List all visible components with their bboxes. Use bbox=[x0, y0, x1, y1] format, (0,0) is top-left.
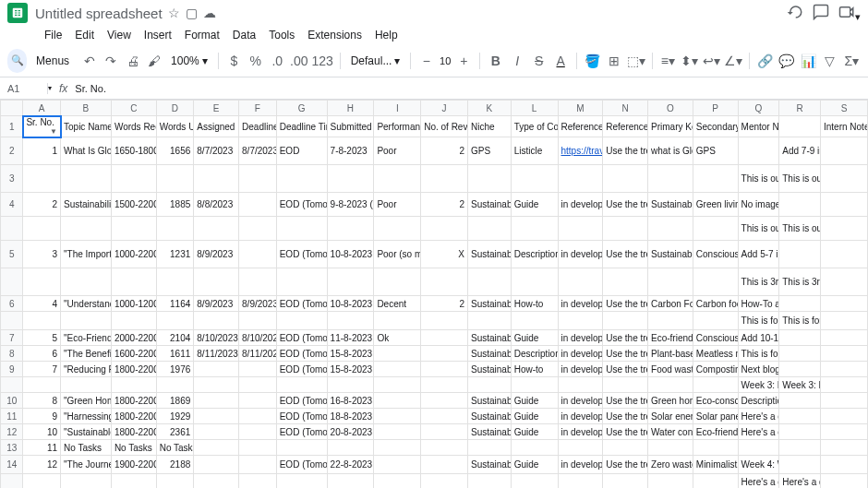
cell[interactable]: 7-8-2023 bbox=[327, 137, 374, 165]
cell[interactable] bbox=[111, 474, 156, 489]
cell[interactable] bbox=[61, 474, 112, 489]
cell[interactable]: No Tasks bbox=[156, 440, 194, 456]
cell[interactable]: 6 bbox=[23, 346, 61, 362]
cell[interactable] bbox=[23, 165, 61, 193]
cell[interactable] bbox=[820, 424, 867, 440]
italic-button[interactable]: I bbox=[508, 50, 525, 72]
cell[interactable] bbox=[648, 440, 693, 456]
cell[interactable]: This is 3rd first blog of Week 1: Introd… bbox=[779, 268, 821, 296]
currency-button[interactable]: $ bbox=[225, 50, 243, 72]
cell[interactable] bbox=[194, 440, 239, 456]
undo-button[interactable]: ↶ bbox=[80, 50, 98, 72]
cell[interactable]: "Harnessing Sola bbox=[61, 409, 112, 424]
header-cell[interactable]: Performance bbox=[374, 116, 421, 137]
cell[interactable]: 8/10/2023 bbox=[194, 330, 239, 346]
cell[interactable] bbox=[111, 165, 156, 193]
header-cell[interactable]: No. of Revisions bbox=[421, 116, 468, 137]
cell[interactable]: No Tasks bbox=[111, 440, 156, 456]
cell[interactable]: Listicle bbox=[511, 137, 558, 165]
col-header-H[interactable]: H bbox=[327, 101, 374, 116]
cell[interactable]: EOD (Tomorrow bbox=[276, 296, 327, 312]
cell[interactable]: 1869 bbox=[156, 393, 194, 409]
cell[interactable] bbox=[276, 268, 327, 296]
increase-font-button[interactable]: + bbox=[455, 50, 473, 72]
cell[interactable] bbox=[820, 409, 867, 424]
cell[interactable]: 10-8-2023 bbox=[327, 241, 374, 268]
cell[interactable] bbox=[23, 377, 61, 393]
cell[interactable]: This is 3rd first blog of Week 1: Introd… bbox=[738, 268, 779, 296]
cell[interactable]: Here's a desccription for blog 2 of week… bbox=[738, 474, 779, 489]
cell[interactable] bbox=[61, 165, 112, 193]
cell[interactable]: Sustainability bbox=[467, 330, 511, 346]
cell[interactable] bbox=[467, 440, 511, 456]
cell[interactable]: GPS bbox=[467, 137, 511, 165]
cell[interactable]: Use the trelliage bbox=[603, 424, 648, 440]
col-header-L[interactable]: L bbox=[511, 101, 558, 116]
cell[interactable]: Zero waste living bbox=[648, 456, 693, 474]
cell[interactable] bbox=[421, 165, 468, 193]
cell[interactable] bbox=[820, 296, 867, 312]
cell[interactable] bbox=[156, 217, 194, 241]
cell[interactable]: No images, if you know what high DA exte… bbox=[738, 193, 779, 217]
cell[interactable]: "Reducing Food bbox=[61, 362, 112, 377]
cell[interactable]: GPS bbox=[693, 137, 738, 165]
cell[interactable]: Here's a desccription for blog 2 of week… bbox=[779, 474, 821, 489]
cell[interactable]: 1976 bbox=[156, 362, 194, 377]
cell[interactable] bbox=[693, 217, 738, 241]
cell[interactable] bbox=[558, 268, 603, 296]
cell[interactable] bbox=[693, 312, 738, 330]
cell[interactable] bbox=[239, 377, 277, 393]
cell[interactable]: Here's a description of what we need, De… bbox=[738, 409, 779, 424]
col-header-N[interactable]: N bbox=[603, 101, 648, 116]
cell[interactable]: Sustainability bbox=[467, 296, 511, 312]
cell[interactable] bbox=[779, 241, 821, 268]
cell[interactable]: No Tasks bbox=[61, 440, 112, 456]
cell[interactable]: 2000-2200 bbox=[111, 330, 156, 346]
cell[interactable] bbox=[603, 440, 648, 456]
percent-button[interactable]: % bbox=[247, 50, 264, 72]
cell[interactable]: 15-8-2023 bbox=[327, 346, 374, 362]
cell[interactable]: 11-8-2023 bbox=[327, 330, 374, 346]
cell[interactable] bbox=[421, 330, 468, 346]
cell[interactable]: 1800-2200 bbox=[111, 362, 156, 377]
cell[interactable]: 9-8-2023 (11:42 bbox=[327, 193, 374, 217]
cell[interactable]: Green living, En bbox=[693, 193, 738, 217]
cell[interactable]: Decent bbox=[374, 296, 421, 312]
cell[interactable] bbox=[239, 312, 277, 330]
cell[interactable]: Conscious cons bbox=[693, 330, 738, 346]
cell[interactable] bbox=[558, 312, 603, 330]
header-cell[interactable]: Words Used bbox=[156, 116, 194, 137]
cell[interactable] bbox=[693, 165, 738, 193]
meet-icon[interactable]: ▾ bbox=[838, 4, 861, 23]
cell[interactable]: This is our 2nd blog of Week 1: Introduc… bbox=[779, 217, 821, 241]
cell[interactable] bbox=[467, 268, 511, 296]
cell[interactable] bbox=[820, 440, 867, 456]
cell[interactable]: 10 bbox=[23, 424, 61, 440]
cell[interactable] bbox=[374, 165, 421, 193]
cell[interactable]: 2 bbox=[421, 137, 468, 165]
cell[interactable]: 3 bbox=[1, 165, 23, 193]
cell[interactable]: Sustainability bbox=[467, 393, 511, 409]
cell[interactable]: Eco-conscious h bbox=[693, 393, 738, 409]
cell[interactable] bbox=[374, 440, 421, 456]
col-header-[interactable] bbox=[1, 101, 23, 116]
cell[interactable] bbox=[327, 474, 374, 489]
header-cell[interactable]: Secondary Keywords bbox=[693, 116, 738, 137]
cell[interactable]: in development bbox=[558, 393, 603, 409]
cell[interactable] bbox=[276, 165, 327, 193]
cell[interactable]: 14 bbox=[1, 456, 23, 474]
cell[interactable] bbox=[467, 377, 511, 393]
cell[interactable] bbox=[23, 312, 61, 330]
cell[interactable] bbox=[693, 474, 738, 489]
cell[interactable]: 22-8-2023 bbox=[327, 456, 374, 474]
zoom-select[interactable]: 100% ▾ bbox=[167, 53, 211, 69]
cell[interactable] bbox=[276, 312, 327, 330]
cell[interactable]: 1000-2200 bbox=[111, 241, 156, 268]
header-cell[interactable]: 1 bbox=[1, 116, 23, 137]
cell[interactable]: Sustainability bbox=[467, 409, 511, 424]
cell[interactable] bbox=[276, 377, 327, 393]
cell[interactable]: Use the trelliage bbox=[603, 362, 648, 377]
cell[interactable]: 1800-2200 bbox=[111, 409, 156, 424]
cell[interactable]: Eco-friendly land bbox=[693, 424, 738, 440]
menu-help[interactable]: Help bbox=[369, 27, 404, 43]
